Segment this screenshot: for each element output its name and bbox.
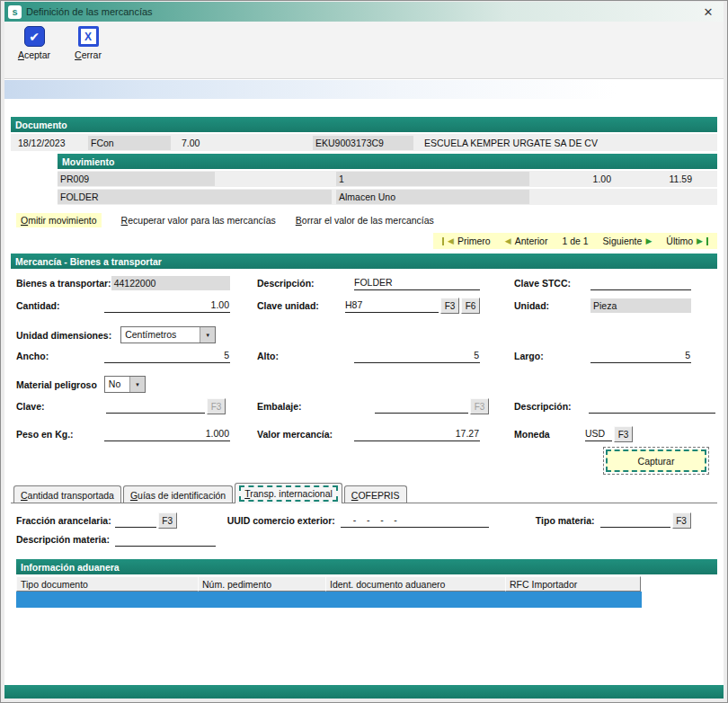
accept-button-label: Aceptar — [18, 49, 50, 60]
bienes-field: 44122000 — [111, 276, 230, 290]
clave-unidad-label: Clave unidad: — [257, 300, 319, 311]
uuid-comercio-field[interactable]: - - - - — [341, 513, 489, 528]
cantidad-field[interactable]: 1.00 — [104, 298, 230, 313]
movimiento-row-1: PR009 1 1.00 11.59 — [58, 171, 717, 187]
documento-cliente: ESCUELA KEMPER URGATE SA DE CV — [413, 138, 598, 148]
clave-stcc-label: Clave STCC: — [514, 278, 571, 289]
clave-unidad-f6-button[interactable]: F6 — [461, 298, 480, 314]
largo-field[interactable]: 5 — [590, 349, 691, 363]
dialog-content: Documento 18/12/2023 FCon 7.00 EKU900317… — [4, 113, 724, 685]
nav-first-label: Primero — [457, 236, 491, 246]
tab-cantidad-transportada[interactable]: Cantidad transportada — [13, 485, 121, 503]
documento-header-label: Documento — [15, 120, 67, 130]
fraccion-arancelaria-label: Fracción arancelaria: — [16, 515, 111, 526]
clave-unidad-f3-button[interactable]: F3 — [440, 298, 459, 314]
borrar-valor-button[interactable]: Borrar el valor de las mercancías — [296, 215, 434, 226]
accept-button[interactable]: ✔ Aceptar — [13, 26, 55, 74]
peso-label: Peso en Kg.: — [16, 429, 74, 440]
transp-row-2: Descripción materia: — [16, 532, 717, 547]
check-icon: ✔ — [24, 26, 45, 47]
aduanera-table: Tipo documento Núm. pedimento Ident. doc… — [16, 576, 717, 608]
mercancia-header-label: Mercancía - Bienes a transportar — [15, 256, 162, 267]
record-navigation-bar: ◀ Primero ◀ Anterior 1 de 1 Siguiente ▶ … — [433, 233, 717, 249]
last-bar-icon — [706, 237, 708, 245]
capturar-button[interactable]: Capturar — [606, 449, 706, 472]
descripcion-material-field[interactable] — [589, 399, 715, 414]
first-bar-icon — [442, 237, 444, 245]
movimiento-descripcion-field: FOLDER — [58, 190, 332, 204]
unidad-dimensiones-label: Unidad dimensiones: — [16, 330, 111, 341]
previous-arrow-icon: ◀ — [505, 237, 511, 245]
nav-last-button[interactable]: Último ▶ — [666, 236, 708, 246]
fraccion-arancelaria-field[interactable] — [115, 513, 156, 528]
form-row-3: Unidad dimensiones: Centímetros ▼ — [16, 326, 717, 343]
mercancia-form: Bienes a transportar: 44122000 Descripci… — [11, 276, 717, 442]
documento-fecha: 18/12/2023 — [13, 138, 88, 148]
tab-transp-internacional[interactable]: Transp. internacional — [235, 483, 342, 503]
clave-field[interactable] — [106, 399, 205, 414]
tab-guias-identificacion[interactable]: Guías de identificación — [123, 485, 233, 503]
movimiento-unidades-field: 1 — [336, 172, 529, 186]
aduanera-table-header: Tipo documento Núm. pedimento Ident. doc… — [16, 576, 717, 592]
informacion-aduanera-header: Información aduanera — [16, 559, 717, 574]
close-button[interactable]: X Cerrar — [67, 26, 109, 74]
form-row-5: Material peligroso No ▼ — [16, 376, 717, 393]
material-peligroso-value: No — [105, 377, 129, 392]
aduanera-selected-row[interactable] — [16, 592, 642, 608]
alto-label: Alto: — [257, 351, 279, 361]
clave-stcc-field[interactable] — [590, 276, 691, 290]
unidad-label: Unidad: — [514, 300, 549, 311]
moneda-f3-button[interactable]: F3 — [614, 426, 633, 442]
form-row-2: Cantidad: 1.00 Clave unidad: H87 F3 F6 U… — [16, 298, 717, 314]
window-close-icon[interactable]: ✕ — [700, 5, 716, 19]
nav-last-label: Último — [666, 236, 693, 246]
col-rfc-importador: RFC Importador — [505, 576, 641, 592]
mercancia-header: Mercancía - Bienes a transportar — [11, 254, 717, 269]
documento-rfc-field: EKU9003173C9 — [313, 136, 413, 150]
movimiento-producto-field: PR009 — [58, 172, 215, 186]
embalaje-field[interactable] — [375, 399, 468, 414]
transp-internacional-panel: Fracción arancelaria: F3 UUID comercio e… — [11, 512, 717, 608]
descripcion-field[interactable]: FOLDER — [354, 276, 480, 290]
bienes-label: Bienes a transportar: — [16, 278, 111, 289]
window-title: Definición de las mercancías — [26, 6, 153, 17]
first-arrow-icon: ◀ — [448, 237, 454, 245]
descripcion-materia-label: Descripción materia: — [16, 534, 110, 545]
alto-field[interactable]: 5 — [354, 349, 480, 363]
material-peligroso-label: Material peligroso — [16, 379, 97, 390]
movimiento-precio: 11.59 — [629, 174, 692, 184]
documento-header: Documento — [11, 117, 717, 132]
recuperar-valor-button[interactable]: Recuperar valor para las mercancías — [121, 215, 276, 226]
app-icon: s — [8, 5, 22, 19]
nav-position-label: 1 de 1 — [562, 236, 588, 246]
embalaje-f3-button: F3 — [470, 398, 489, 414]
ancho-field[interactable]: 5 — [104, 349, 230, 363]
tabstrip: Cantidad transportada Guías de identific… — [11, 483, 717, 503]
valor-mercancia-field[interactable]: 17.27 — [354, 427, 480, 441]
moneda-field[interactable]: USD — [585, 427, 612, 441]
transp-row-1: Fracción arancelaria: F3 UUID comercio e… — [16, 512, 717, 529]
peso-field[interactable]: 1.000 — [104, 427, 230, 441]
fraccion-f3-button[interactable]: F3 — [158, 512, 177, 529]
chevron-down-icon[interactable]: ▼ — [200, 327, 215, 343]
nav-previous-button[interactable]: ◀ Anterior — [505, 236, 548, 246]
bottom-bar — [4, 685, 724, 699]
chevron-down-icon[interactable]: ▼ — [129, 377, 145, 392]
gradient-strip — [4, 79, 724, 99]
descripcion-material-label: Descripción: — [514, 401, 572, 412]
largo-label: Largo: — [514, 351, 544, 361]
material-peligroso-select[interactable]: No ▼ — [104, 376, 146, 393]
tab-cofepris[interactable]: COFEPRIS — [344, 485, 407, 503]
unidad-dimensiones-select[interactable]: Centímetros ▼ — [120, 326, 216, 343]
movimiento-header-label: Movimiento — [62, 156, 114, 167]
descripcion-materia-field[interactable] — [115, 532, 216, 547]
omitir-movimiento-button[interactable]: Omitir movimiento — [16, 213, 102, 227]
clave-f3-button: F3 — [207, 398, 226, 414]
tipo-materia-field[interactable] — [600, 513, 670, 528]
descripcion-label: Descripción: — [257, 278, 315, 289]
clave-unidad-field[interactable]: H87 — [345, 298, 439, 313]
nav-next-button[interactable]: Siguiente ▶ — [603, 236, 653, 246]
tipo-materia-f3-button[interactable]: F3 — [672, 512, 691, 529]
nav-first-button[interactable]: ◀ Primero — [442, 236, 491, 246]
actions-row: Omitir movimiento Recuperar valor para l… — [11, 212, 717, 228]
